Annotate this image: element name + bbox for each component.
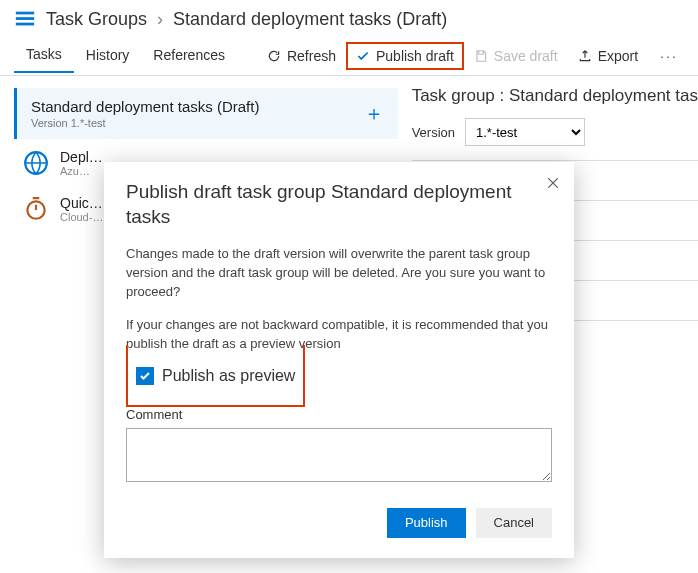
dialog-title: Publish draft task group Standard deploy… [126, 180, 552, 229]
publish-button[interactable]: Publish [387, 508, 466, 538]
modal-overlay: Publish draft task group Standard deploy… [0, 0, 698, 573]
comment-input[interactable] [126, 428, 552, 482]
publish-as-preview-checkbox[interactable] [136, 367, 154, 385]
publish-as-preview-label: Publish as preview [162, 367, 295, 385]
dialog-text-warning: Changes made to the draft version will o… [126, 245, 552, 302]
cancel-button[interactable]: Cancel [476, 508, 552, 538]
comment-label: Comment [126, 407, 552, 422]
close-icon[interactable] [546, 176, 560, 190]
publish-dialog: Publish draft task group Standard deploy… [104, 162, 574, 558]
